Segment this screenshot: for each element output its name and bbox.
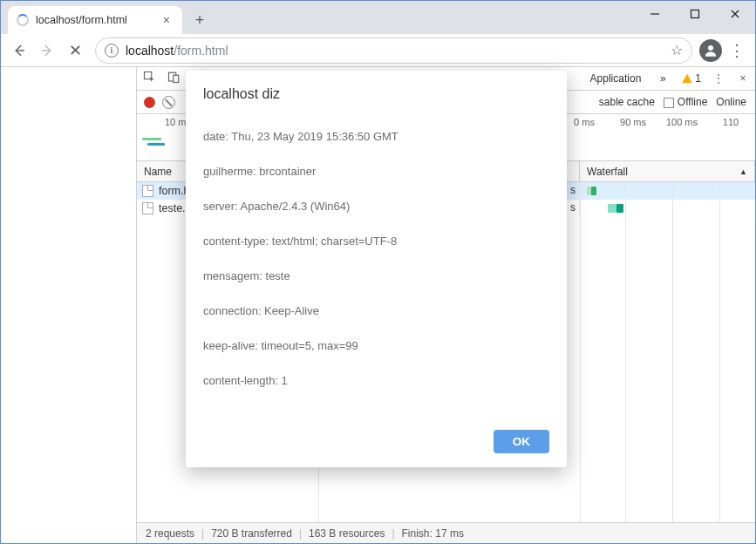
waterfall-bar xyxy=(608,204,616,213)
devtools-warning-badge[interactable]: 1 xyxy=(676,72,706,85)
nav-toolbar: i localhost/form.html ☆ ⋮ xyxy=(1,34,755,67)
status-transferred: 720 B transferred xyxy=(211,527,292,540)
alert-line: content-type: text/html; charset=UTF-8 xyxy=(203,233,549,250)
close-window-button[interactable] xyxy=(715,1,755,27)
overview-bar xyxy=(147,143,165,146)
loading-spinner-icon xyxy=(17,14,29,26)
sort-asc-icon: ▲ xyxy=(739,167,747,176)
svg-rect-11 xyxy=(173,75,178,82)
stop-button[interactable] xyxy=(62,37,88,64)
minimize-icon xyxy=(648,7,662,21)
arrow-left-icon xyxy=(11,43,27,58)
alert-line: mensagem: teste xyxy=(203,268,549,285)
devtools-tabs-overflow[interactable]: » xyxy=(650,72,676,85)
new-tab-button[interactable]: + xyxy=(187,8,212,32)
window-controls xyxy=(635,1,755,34)
alert-line: keep-alive: timeout=5, max=99 xyxy=(203,337,549,355)
devtools-status-bar: 2 requests | 720 B transferred | 163 B r… xyxy=(137,522,755,543)
browser-tab[interactable]: localhost/form.html × xyxy=(8,6,182,34)
status-finish: Finish: 17 ms xyxy=(402,527,464,540)
devtools-close-icon[interactable]: × xyxy=(731,72,755,85)
overview-bar xyxy=(142,138,161,140)
devtools-tab-application[interactable]: Application xyxy=(582,72,650,85)
devtools-settings-dots[interactable]: ⋮ xyxy=(706,72,731,85)
checkbox-icon xyxy=(664,98,674,108)
maximize-button[interactable] xyxy=(675,1,715,27)
js-alert-dialog: localhost diz date: Thu, 23 May 2019 15:… xyxy=(186,71,567,467)
alert-line: guilherme: brcontainer xyxy=(203,163,549,180)
ruler-label: 110 xyxy=(706,117,755,127)
close-tab-icon[interactable]: × xyxy=(160,13,174,27)
warning-icon xyxy=(681,72,693,85)
forward-button[interactable] xyxy=(34,37,60,64)
offline-toggle[interactable]: Offline xyxy=(664,96,707,108)
profile-avatar-icon[interactable] xyxy=(699,39,722,62)
alert-body: date: Thu, 23 May 2019 15:36:50 GMT guil… xyxy=(203,111,549,407)
svg-point-8 xyxy=(708,45,713,51)
minimize-button[interactable] xyxy=(635,1,675,27)
chrome-menu-button[interactable]: ⋮ xyxy=(724,37,750,64)
waterfall-bar xyxy=(616,204,623,213)
ruler-label: 90 ms xyxy=(609,117,657,127)
col-waterfall[interactable]: Waterfall ▲ xyxy=(580,161,755,181)
inspect-element-icon[interactable] xyxy=(137,71,161,86)
svg-rect-1 xyxy=(691,10,699,18)
ruler-label: 0 ms xyxy=(560,117,609,127)
ok-button[interactable]: OK xyxy=(494,430,549,453)
person-icon xyxy=(703,43,719,58)
record-button[interactable] xyxy=(144,97,155,108)
site-info-icon[interactable]: i xyxy=(105,44,119,58)
throttle-select[interactable]: Online xyxy=(716,96,746,108)
alert-line: server: Apache/2.4.3 (Win64) xyxy=(203,198,549,215)
document-icon xyxy=(142,185,153,197)
disable-cache-label[interactable]: sable cache xyxy=(599,96,655,108)
tab-title: localhost/form.html xyxy=(36,14,160,26)
back-button[interactable] xyxy=(6,37,32,64)
alert-line: content-length: 1 xyxy=(203,372,549,390)
page-viewport xyxy=(1,67,136,543)
close-icon xyxy=(728,7,742,21)
address-bar[interactable]: i localhost/form.html ☆ xyxy=(95,37,692,64)
status-resources: 163 B resources xyxy=(309,527,385,540)
alert-title: localhost diz xyxy=(203,86,549,102)
devices-icon xyxy=(167,71,180,84)
browser-window: localhost/form.html × + i xyxy=(0,0,756,544)
clear-button[interactable] xyxy=(162,96,175,109)
alert-line: date: Thu, 23 May 2019 15:36:50 GMT xyxy=(203,128,549,146)
arrow-right-icon xyxy=(39,43,55,58)
stop-icon xyxy=(69,44,82,57)
bookmark-star-icon[interactable]: ☆ xyxy=(671,42,683,58)
ruler-label: 100 ms xyxy=(657,117,706,127)
url-path: /form.html xyxy=(174,44,228,58)
pointer-box-icon xyxy=(143,71,156,84)
url-text: localhost/form.html xyxy=(126,44,228,58)
document-icon xyxy=(142,202,153,214)
titlebar: localhost/form.html × + xyxy=(1,1,755,34)
url-host: localhost xyxy=(126,44,174,58)
warning-count: 1 xyxy=(695,72,701,85)
device-toggle-icon[interactable] xyxy=(161,71,186,86)
maximize-icon xyxy=(688,7,702,21)
status-requests: 2 requests xyxy=(146,527,194,540)
waterfall-bar xyxy=(591,187,596,195)
alert-line: connection: Keep-Alive xyxy=(203,303,549,320)
